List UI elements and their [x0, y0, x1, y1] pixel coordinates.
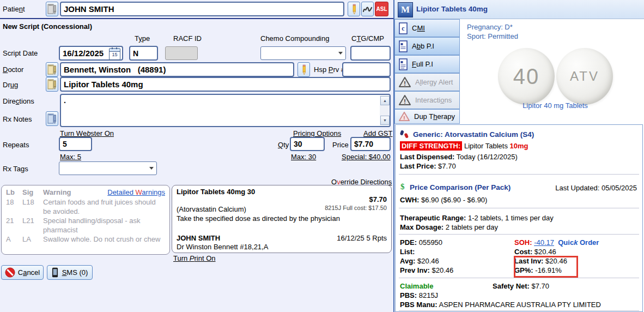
drug-input[interactable] [60, 77, 391, 92]
sms-button[interactable]: SMS (0) [47, 265, 93, 280]
svg-text:!: ! [404, 80, 406, 87]
therapeutic-range-row: Therapeutic Range: 1-2 tablets, 1 times … [400, 214, 554, 222]
pencil-icon [351, 4, 357, 15]
usage-graph-button[interactable] [361, 2, 374, 16]
racf-label: RACF ID [173, 34, 202, 43]
asl-button[interactable]: ASL [375, 2, 388, 16]
price-special-link[interactable]: Special: $40.00 [342, 153, 391, 161]
price-input[interactable] [350, 137, 391, 151]
rx-tags-dropdown[interactable] [59, 161, 157, 175]
repeats-max-link[interactable]: Max: 5 [60, 153, 81, 161]
add-gst-link[interactable]: Add GST [363, 129, 392, 137]
label-code-cost: 8215J Full cost: $17.50 [325, 205, 387, 211]
svg-text:c: c [402, 25, 405, 32]
cmi-button[interactable]: c CMI [394, 19, 460, 37]
allergy-alert-label: Allergy Alert [415, 78, 453, 86]
patient-input[interactable] [60, 2, 344, 16]
warning-sig: L21 [22, 216, 43, 235]
soh-value-link[interactable]: -40.17 [534, 238, 554, 247]
pricing-options-link[interactable]: Pricing Options [293, 129, 341, 137]
warning-lb: 21 [6, 216, 22, 235]
script-date-field[interactable]: 16/12/2025 15 [59, 46, 123, 61]
rx-notes-button[interactable] [46, 111, 58, 126]
calendar-icon[interactable]: 15 [109, 48, 120, 60]
pill-imprint: ATV [570, 69, 599, 84]
chemo-label: Chemo Compounding [260, 34, 329, 43]
svg-text:!: ! [403, 115, 405, 121]
interactions-button: ! Interactions [394, 91, 460, 109]
warnings-col-sig: Sig [22, 188, 33, 196]
drug-notes-button[interactable] [46, 77, 58, 92]
list-row: List: [400, 248, 415, 256]
full-pi-button[interactable]: Full P.I [394, 55, 460, 73]
last-updated: Last Updated: 05/05/2025 [555, 184, 637, 192]
warning-triangle-icon: ! [398, 94, 411, 106]
directions-label: Directions [3, 97, 34, 105]
turn-print-link[interactable]: Turn Print On [173, 254, 216, 262]
scroll-down-arrow[interactable]: ▼ [380, 116, 390, 125]
warnings-col-lb: Lb [6, 188, 15, 196]
warning-sig: LA [22, 235, 43, 244]
warnings-panel: Lb Sig Warning Detailed Warnings 18 L18 … [1, 185, 170, 255]
drug-label: Drug [3, 81, 18, 89]
doctor-input[interactable] [60, 62, 294, 77]
patient-notes-button[interactable] [46, 2, 58, 16]
warning-lb: 18 [6, 197, 22, 216]
pbs-manu-row: PBS Manu: ASPEN PHARMACARE AUSTRALIA PTY… [400, 301, 601, 309]
label-drug-line: Lipitor Tablets 40mg 30 [177, 188, 255, 196]
warning-triangle-icon: ! [398, 76, 411, 88]
directions-scrollbar[interactable]: ▲ ▼ [380, 95, 389, 125]
label-directions: Take the specified dose as directed by t… [177, 214, 340, 223]
abb-pi-button[interactable]: Abb P.I [394, 37, 460, 55]
type-input[interactable] [129, 46, 158, 61]
ctg-label: CTG/CMP [351, 34, 384, 43]
scribble-graph-icon [363, 5, 372, 13]
hsp-prv-label: Hsp Prv # [314, 65, 345, 74]
notepad-icon [47, 113, 57, 124]
repeats-input[interactable] [59, 137, 92, 151]
patient-label: Patient [3, 5, 25, 13]
separator [399, 208, 639, 208]
ctg-input[interactable] [350, 46, 391, 61]
doctor-warning-button[interactable] [297, 62, 310, 77]
detailed-warnings-link[interactable]: Detailed Warnings [107, 188, 165, 196]
quick-order-link[interactable]: Quick Order [558, 238, 599, 247]
mims-logo-icon[interactable]: M [398, 2, 413, 17]
chemo-dropdown[interactable] [260, 46, 346, 60]
drug-info-panel: M Lipitor Tablets 40mg c CMI Abb P.I Ful… [393, 0, 644, 312]
hsp-prv-input[interactable] [342, 62, 391, 77]
safety-net-row: Safety Net: $7.70 [493, 282, 549, 290]
rx-notes-label: Rx Notes [3, 115, 32, 123]
turn-webster-link[interactable]: Turn Webster On [60, 129, 114, 137]
section-title: New Script (Concessional) [3, 22, 92, 31]
pill-imprint: 40 [513, 64, 540, 89]
soh-label: SOH: [514, 238, 532, 247]
scroll-up-arrow[interactable]: ▲ [380, 96, 390, 105]
diff-strength-value: 10mg [510, 142, 528, 150]
dup-therapy-button[interactable]: ! Dup Therapy [394, 109, 460, 124]
doctor-notes-button[interactable] [46, 62, 58, 77]
dispense-window: { "patient_row": { "label": {"pre":"Pati… [0, 0, 644, 312]
qty-max-link[interactable]: Max: 30 [291, 153, 316, 161]
repeats-label: Repeats [3, 141, 29, 149]
pbs-row: PBS: 8215J [400, 291, 438, 299]
qty-input[interactable] [290, 137, 325, 151]
interactions-label: Interactions [415, 96, 452, 104]
patient-warning-button[interactable] [348, 2, 360, 16]
cancel-button[interactable]: Cancel [1, 265, 44, 280]
avg-row: Avg: $20.46 [400, 257, 439, 265]
pill-caption: Lipitor 40 mg Tablets [471, 101, 640, 110]
svg-text:!: ! [404, 98, 406, 105]
separator [399, 174, 639, 175]
drug-details-box: Generic: Atorvastatin Calcium (S4) DIFF … [395, 124, 643, 312]
diff-strength-drug: Lipitor Tablets [464, 142, 508, 150]
script-form-panel: Patient ASL New Script (Concessional) Ty… [0, 0, 393, 312]
price-comparison-header: Price Comparison (Per Pack) [410, 183, 511, 191]
notepad-icon [47, 3, 57, 15]
warning-lb: A [6, 235, 22, 244]
soh-row: SOH: -40.17 Quick Order [514, 238, 599, 247]
cmi-document-icon: c [398, 22, 408, 34]
directions-textarea[interactable]: . ▲ ▼ [60, 94, 391, 127]
claimable-badge: Claimable [400, 282, 433, 290]
warning-sig: L18 [22, 197, 43, 216]
